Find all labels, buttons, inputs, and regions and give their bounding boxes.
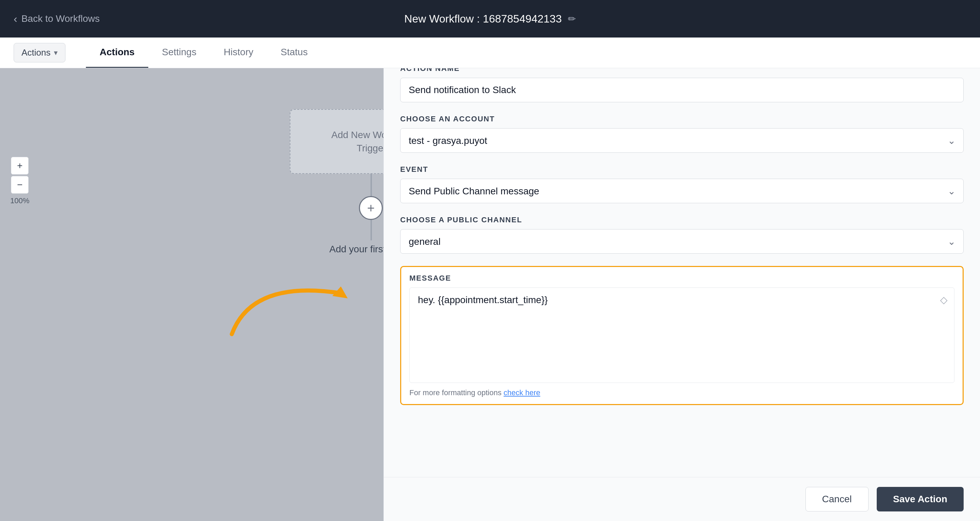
back-link-label: Back to Workflows bbox=[21, 13, 100, 24]
actions-dropdown-button[interactable]: Actions ▾ bbox=[14, 43, 65, 62]
message-textarea[interactable]: hey. {{appointment.start_time}} bbox=[409, 287, 955, 383]
zoom-level-label: 100% bbox=[10, 196, 29, 205]
action-name-input[interactable] bbox=[400, 78, 964, 102]
action-name-section: ACTION NAME bbox=[400, 64, 964, 102]
svg-marker-0 bbox=[332, 287, 348, 298]
channel-select-wrapper: general bbox=[400, 229, 964, 254]
choose-account-label: CHOOSE AN ACCOUNT bbox=[400, 115, 964, 123]
event-label: EVENT bbox=[400, 165, 964, 174]
workflow-name-text: New Workflow : 1687854942133 bbox=[404, 13, 562, 25]
zoom-out-button[interactable]: − bbox=[11, 176, 29, 194]
save-action-button[interactable]: Save Action bbox=[877, 487, 964, 511]
zoom-controls: + − 100% bbox=[10, 157, 29, 205]
top-navigation: ‹ Back to Workflows New Workflow : 16878… bbox=[0, 0, 980, 38]
channel-label: CHOOSE A PUBLIC CHANNEL bbox=[400, 215, 964, 225]
panel-footer: Cancel Save Action bbox=[384, 477, 980, 521]
chevron-down-icon: ▾ bbox=[54, 48, 57, 57]
cancel-button[interactable]: Cancel bbox=[805, 487, 869, 511]
panel-body: ACTION NAME CHOOSE AN ACCOUNT test - gra… bbox=[384, 51, 980, 477]
choose-account-section: CHOOSE AN ACCOUNT test - grasya.puyot bbox=[400, 115, 964, 153]
back-to-workflows-link[interactable]: ‹ Back to Workflows bbox=[14, 13, 100, 25]
check-here-link[interactable]: check here bbox=[503, 388, 540, 397]
right-panel: Slack Message Get notifications in Slack… bbox=[383, 0, 980, 521]
tab-actions[interactable]: Actions bbox=[86, 38, 148, 68]
message-textarea-wrapper: hey. {{appointment.start_time}} ◇ bbox=[409, 287, 955, 384]
edit-workflow-title-icon[interactable]: ✏ bbox=[568, 13, 576, 25]
workflow-title: New Workflow : 1687854942133 ✏ bbox=[404, 13, 576, 25]
actions-dropdown-label: Actions bbox=[21, 48, 51, 58]
channel-select[interactable]: general bbox=[400, 229, 964, 254]
tabs-list: Actions Settings History Status bbox=[86, 38, 321, 68]
tab-history[interactable]: History bbox=[210, 38, 267, 68]
tag-icon: ◇ bbox=[940, 294, 948, 306]
event-section: EVENT Send Public Channel message bbox=[400, 165, 964, 203]
event-select-wrapper: Send Public Channel message bbox=[400, 178, 964, 203]
tab-status[interactable]: Status bbox=[267, 38, 321, 68]
add-action-circle-button[interactable]: + bbox=[359, 196, 383, 220]
message-section: MESSAGE hey. {{appointment.start_time}} … bbox=[400, 266, 964, 405]
tabs-bar: Actions ▾ Actions Settings History Statu… bbox=[0, 38, 980, 68]
connector-line-bottom bbox=[371, 220, 372, 241]
message-label: MESSAGE bbox=[409, 274, 955, 283]
back-arrow-icon: ‹ bbox=[14, 13, 18, 25]
event-select[interactable]: Send Public Channel message bbox=[400, 178, 964, 203]
channel-section: CHOOSE A PUBLIC CHANNEL general bbox=[400, 215, 964, 254]
zoom-in-button[interactable]: + bbox=[11, 157, 29, 175]
account-select[interactable]: test - grasya.puyot bbox=[400, 128, 964, 153]
tab-settings[interactable]: Settings bbox=[148, 38, 210, 68]
account-select-wrapper: test - grasya.puyot bbox=[400, 128, 964, 153]
arrow-svg bbox=[212, 239, 382, 348]
format-options-text: For more formatting options check here bbox=[409, 388, 955, 397]
add-icon: + bbox=[367, 201, 375, 215]
arrow-annotation bbox=[212, 239, 382, 348]
